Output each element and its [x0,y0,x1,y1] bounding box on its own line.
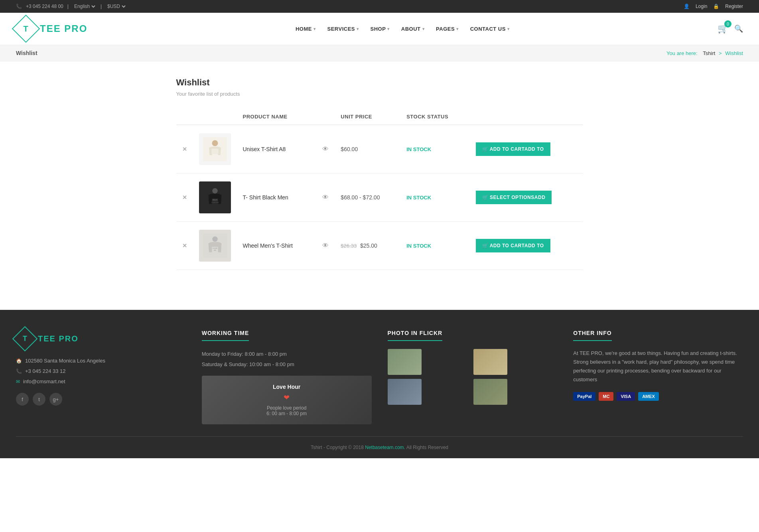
footer-logo-letter: T [23,335,27,343]
header: T TEE PRO HOME ▾ SERVICES ▾ SHOP ▾ ABOUT… [0,13,759,45]
cart-badge: 0 [724,20,731,28]
product-name: T- Shirt Black Men [243,194,288,201]
add-to-cart-button[interactable]: 🛒 ADD TO CARTADD TO [476,239,550,252]
footer: T TEE PRO 🏠 102580 Santa Monica Los Ange… [0,310,759,458]
remove-button[interactable]: ✕ [182,146,187,152]
flickr-photo-3[interactable] [388,379,422,405]
nav-home[interactable]: HOME ▾ [291,23,321,35]
photo-flickr-title: PHOTO IN FLICKR [388,330,443,341]
table-row: ✕ I LOVE LIFE Wheel Men's T-Shirt 👁 [176,222,583,270]
payment-icons: PayPal MC VISA AMEX [573,392,743,401]
table-row: ✕ Unisex T-Shirt A8 [176,125,583,173]
unit-price: $68.00 - $72.00 [341,194,380,201]
working-time-weekday: Monday to Friday: 8:00 am - 8:00 pm Satu… [202,349,372,370]
register-link[interactable]: Register [725,4,743,9]
mastercard-icon: MC [599,392,613,401]
phone-number: +3 045 224 48 00 [26,4,63,9]
logo-letter: T [24,24,28,33]
footer-other-info: OTHER INFO At TEE PRO, we're good at two… [573,330,743,424]
view-button[interactable]: 👁 [322,242,329,249]
home-icon: 🏠 [16,356,22,366]
view-button[interactable]: 👁 [322,146,329,152]
svg-point-7 [212,236,218,242]
nav-about[interactable]: ABOUT ▾ [396,23,429,35]
phone-icon: 📞 [16,366,22,376]
view-button[interactable]: 👁 [322,194,329,201]
flickr-photo-1[interactable] [388,349,422,375]
col-view [316,109,335,125]
other-info-text: At TEE PRO, we're good at two things. Ha… [573,349,743,384]
amex-icon: AMEX [638,392,659,401]
rights-text: All Rights Reserved [406,445,448,450]
col-image [193,109,237,125]
copyright-link[interactable]: Netbaseteam.com. [365,445,405,450]
chevron-down-icon: ▾ [507,27,510,31]
google-plus-icon[interactable]: g+ [49,393,62,406]
top-bar: 📞 +3 045 224 48 00 | English | $USD 👤 Lo… [0,0,759,13]
breadcrumb-path: You are here: Tshirt > Wishlist [666,50,743,56]
logo[interactable]: T TEE PRO [16,19,87,39]
love-hour-time: 6: 00 am - 8:00 pm [210,411,364,416]
search-button[interactable]: 🔍 [734,24,743,33]
copyright-text: Tshirt - Copyright © 2018 [311,445,364,450]
heart-icon: ❤ [210,393,364,402]
svg-text:DEUS: DEUS [212,199,217,201]
col-product-name: Product Name [237,109,317,125]
nav-services[interactable]: SERVICES ▾ [322,23,363,35]
product-image [199,133,231,165]
paypal-icon: PayPal [573,392,595,401]
top-bar-left: 📞 +3 045 224 48 00 | English | $USD [16,3,127,10]
flickr-photo-4[interactable] [473,379,507,405]
tshirt-a8-image [203,137,227,161]
footer-about: T TEE PRO 🏠 102580 Santa Monica Los Ange… [16,330,186,424]
breadcrumb-parent: Tshirt [703,50,715,56]
remove-button[interactable]: ✕ [182,194,187,201]
col-unit-price: Unit Price [335,109,400,125]
select-options-button[interactable]: 🛒 SELECT OPTIONSADD [476,191,552,204]
product-image: I LOVE LIFE [199,230,231,262]
cart-button[interactable]: 🛒 0 [718,24,728,34]
footer-email: info@cmsmart.net [23,376,65,387]
original-price: $26.33 [341,243,357,249]
facebook-icon[interactable]: f [16,393,29,406]
social-icons: f t g+ [16,393,186,406]
nav-shop[interactable]: SHOP ▾ [366,23,394,35]
footer-flickr: PHOTO IN FLICKR [388,330,558,424]
tshirt-wheel-image: I LOVE LIFE [203,234,227,258]
col-stock-status: STOCK STATUS [400,109,470,125]
photo-grid [388,349,558,405]
unit-price: $60.00 [341,146,358,152]
wishlist-table: Product Name Unit Price STOCK STATUS ✕ [176,109,583,270]
twitter-icon[interactable]: t [33,393,45,406]
other-info-title: OTHER INFO [573,330,611,341]
svg-text:LIFE: LIFE [213,250,216,251]
footer-address: 102580 Santa Monica Los Angeles [25,356,105,366]
product-name: Unisex T-Shirt A8 [243,146,286,152]
col-remove [176,109,193,125]
footer-phone: +3 045 224 33 12 [25,366,66,376]
nav-pages[interactable]: PAGES ▾ [431,23,463,35]
currency-select[interactable]: $USD [106,3,127,10]
table-row: ✕ DEUS EX MACHINA T- Shirt Black Men 👁 [176,173,583,222]
add-to-cart-button[interactable]: 🛒 ADD TO CARTADD TO [476,142,550,156]
language-select[interactable]: English [73,3,97,10]
lock-icon: 🔒 [713,4,719,9]
login-link[interactable]: Login [696,4,707,9]
phone-icon: 📞 [16,4,22,9]
chevron-down-icon: ▾ [456,27,459,31]
visa-icon: VISA [617,392,635,401]
breadcrumb-title: Wishlist [16,50,37,56]
love-hour-title: Love Hour [210,384,364,390]
logo-suffix: PRO [64,23,87,34]
nav-contact[interactable]: CONTACT US ▾ [465,23,515,35]
main-content: Wishlist Your favorite list of products … [160,61,599,286]
stock-status: IN STOCK [406,195,431,201]
logo-brand: TEE [40,23,61,34]
chevron-down-icon: ▾ [357,27,359,31]
header-icons: 🛒 0 🔍 [718,24,743,34]
footer-working-time: WORKING TIME Monday to Friday: 8:00 am -… [202,330,372,424]
flickr-photo-2[interactable] [473,349,507,375]
chevron-down-icon: ▾ [387,27,390,31]
remove-button[interactable]: ✕ [182,242,187,249]
col-action [470,109,583,125]
